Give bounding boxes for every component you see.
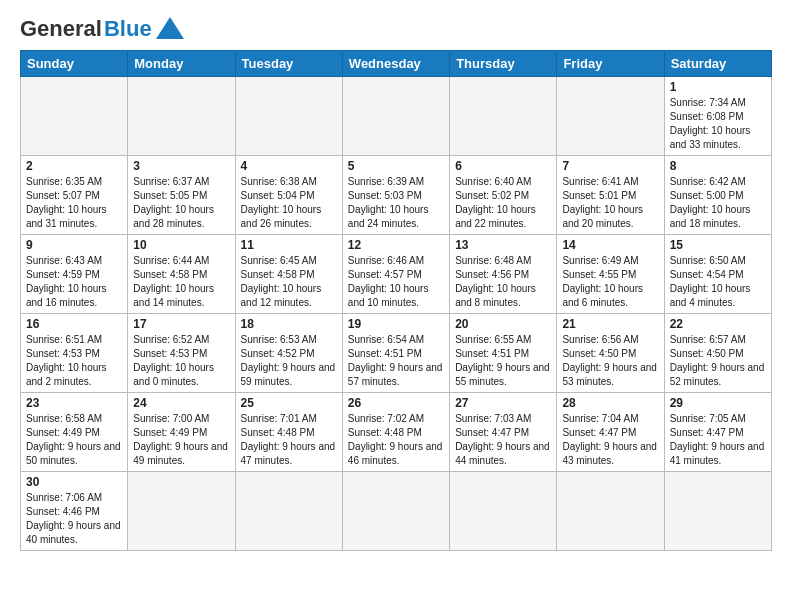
day-number: 11 [241,238,337,252]
calendar-cell [450,472,557,551]
day-number: 17 [133,317,229,331]
day-number: 5 [348,159,444,173]
day-number: 1 [670,80,766,94]
day-info: Sunrise: 7:00 AM Sunset: 4:49 PM Dayligh… [133,412,229,468]
logo-triangle-icon [156,17,184,39]
calendar-header-monday: Monday [128,51,235,77]
day-info: Sunrise: 7:06 AM Sunset: 4:46 PM Dayligh… [26,491,122,547]
calendar-cell: 14Sunrise: 6:49 AM Sunset: 4:55 PM Dayli… [557,235,664,314]
calendar-header-wednesday: Wednesday [342,51,449,77]
day-info: Sunrise: 6:50 AM Sunset: 4:54 PM Dayligh… [670,254,766,310]
calendar-cell: 28Sunrise: 7:04 AM Sunset: 4:47 PM Dayli… [557,393,664,472]
day-number: 23 [26,396,122,410]
day-number: 30 [26,475,122,489]
calendar-cell: 22Sunrise: 6:57 AM Sunset: 4:50 PM Dayli… [664,314,771,393]
calendar-cell [342,472,449,551]
day-info: Sunrise: 7:02 AM Sunset: 4:48 PM Dayligh… [348,412,444,468]
day-info: Sunrise: 6:56 AM Sunset: 4:50 PM Dayligh… [562,333,658,389]
calendar-cell [128,77,235,156]
day-number: 22 [670,317,766,331]
calendar-cell: 4Sunrise: 6:38 AM Sunset: 5:04 PM Daylig… [235,156,342,235]
day-info: Sunrise: 7:34 AM Sunset: 6:08 PM Dayligh… [670,96,766,152]
calendar-cell: 29Sunrise: 7:05 AM Sunset: 4:47 PM Dayli… [664,393,771,472]
day-info: Sunrise: 6:41 AM Sunset: 5:01 PM Dayligh… [562,175,658,231]
calendar-cell: 5Sunrise: 6:39 AM Sunset: 5:03 PM Daylig… [342,156,449,235]
calendar-cell: 16Sunrise: 6:51 AM Sunset: 4:53 PM Dayli… [21,314,128,393]
day-number: 4 [241,159,337,173]
calendar-cell: 3Sunrise: 6:37 AM Sunset: 5:05 PM Daylig… [128,156,235,235]
day-number: 2 [26,159,122,173]
calendar-cell: 15Sunrise: 6:50 AM Sunset: 4:54 PM Dayli… [664,235,771,314]
day-info: Sunrise: 6:55 AM Sunset: 4:51 PM Dayligh… [455,333,551,389]
day-info: Sunrise: 7:05 AM Sunset: 4:47 PM Dayligh… [670,412,766,468]
calendar-cell: 2Sunrise: 6:35 AM Sunset: 5:07 PM Daylig… [21,156,128,235]
calendar-cell [235,472,342,551]
calendar-header-saturday: Saturday [664,51,771,77]
day-info: Sunrise: 6:42 AM Sunset: 5:00 PM Dayligh… [670,175,766,231]
day-info: Sunrise: 6:45 AM Sunset: 4:58 PM Dayligh… [241,254,337,310]
day-info: Sunrise: 7:03 AM Sunset: 4:47 PM Dayligh… [455,412,551,468]
logo-blue-text: Blue [104,16,152,42]
calendar-cell [557,77,664,156]
day-info: Sunrise: 7:04 AM Sunset: 4:47 PM Dayligh… [562,412,658,468]
day-info: Sunrise: 7:01 AM Sunset: 4:48 PM Dayligh… [241,412,337,468]
day-info: Sunrise: 6:48 AM Sunset: 4:56 PM Dayligh… [455,254,551,310]
calendar-cell [450,77,557,156]
day-number: 29 [670,396,766,410]
day-info: Sunrise: 6:40 AM Sunset: 5:02 PM Dayligh… [455,175,551,231]
calendar-cell [664,472,771,551]
day-info: Sunrise: 6:44 AM Sunset: 4:58 PM Dayligh… [133,254,229,310]
day-number: 13 [455,238,551,252]
day-number: 19 [348,317,444,331]
day-info: Sunrise: 6:46 AM Sunset: 4:57 PM Dayligh… [348,254,444,310]
calendar-header-thursday: Thursday [450,51,557,77]
page: General Blue SundayMondayTuesdayWednesda… [0,0,792,567]
day-info: Sunrise: 6:49 AM Sunset: 4:55 PM Dayligh… [562,254,658,310]
calendar-cell [21,77,128,156]
calendar-table: SundayMondayTuesdayWednesdayThursdayFrid… [20,50,772,551]
day-info: Sunrise: 6:43 AM Sunset: 4:59 PM Dayligh… [26,254,122,310]
day-number: 27 [455,396,551,410]
day-number: 28 [562,396,658,410]
day-number: 15 [670,238,766,252]
calendar-cell: 12Sunrise: 6:46 AM Sunset: 4:57 PM Dayli… [342,235,449,314]
calendar-week-5: 30Sunrise: 7:06 AM Sunset: 4:46 PM Dayli… [21,472,772,551]
day-number: 16 [26,317,122,331]
day-number: 12 [348,238,444,252]
calendar-cell: 21Sunrise: 6:56 AM Sunset: 4:50 PM Dayli… [557,314,664,393]
calendar-week-2: 9Sunrise: 6:43 AM Sunset: 4:59 PM Daylig… [21,235,772,314]
day-info: Sunrise: 6:53 AM Sunset: 4:52 PM Dayligh… [241,333,337,389]
calendar-cell: 8Sunrise: 6:42 AM Sunset: 5:00 PM Daylig… [664,156,771,235]
day-info: Sunrise: 6:37 AM Sunset: 5:05 PM Dayligh… [133,175,229,231]
day-info: Sunrise: 6:39 AM Sunset: 5:03 PM Dayligh… [348,175,444,231]
day-info: Sunrise: 6:54 AM Sunset: 4:51 PM Dayligh… [348,333,444,389]
day-number: 25 [241,396,337,410]
calendar-header-sunday: Sunday [21,51,128,77]
calendar-cell [342,77,449,156]
logo: General Blue [20,16,184,42]
calendar-cell: 23Sunrise: 6:58 AM Sunset: 4:49 PM Dayli… [21,393,128,472]
calendar-cell: 18Sunrise: 6:53 AM Sunset: 4:52 PM Dayli… [235,314,342,393]
calendar-week-4: 23Sunrise: 6:58 AM Sunset: 4:49 PM Dayli… [21,393,772,472]
logo-general-text: General [20,16,102,42]
day-info: Sunrise: 6:52 AM Sunset: 4:53 PM Dayligh… [133,333,229,389]
calendar-week-3: 16Sunrise: 6:51 AM Sunset: 4:53 PM Dayli… [21,314,772,393]
day-info: Sunrise: 6:35 AM Sunset: 5:07 PM Dayligh… [26,175,122,231]
header: General Blue [20,16,772,42]
day-number: 7 [562,159,658,173]
calendar-cell: 24Sunrise: 7:00 AM Sunset: 4:49 PM Dayli… [128,393,235,472]
day-number: 26 [348,396,444,410]
day-number: 18 [241,317,337,331]
calendar-cell: 9Sunrise: 6:43 AM Sunset: 4:59 PM Daylig… [21,235,128,314]
day-number: 20 [455,317,551,331]
day-number: 14 [562,238,658,252]
calendar-cell: 25Sunrise: 7:01 AM Sunset: 4:48 PM Dayli… [235,393,342,472]
calendar-cell: 19Sunrise: 6:54 AM Sunset: 4:51 PM Dayli… [342,314,449,393]
day-number: 21 [562,317,658,331]
calendar-week-0: 1Sunrise: 7:34 AM Sunset: 6:08 PM Daylig… [21,77,772,156]
day-info: Sunrise: 6:57 AM Sunset: 4:50 PM Dayligh… [670,333,766,389]
calendar-cell: 11Sunrise: 6:45 AM Sunset: 4:58 PM Dayli… [235,235,342,314]
calendar-cell [557,472,664,551]
day-info: Sunrise: 6:38 AM Sunset: 5:04 PM Dayligh… [241,175,337,231]
day-number: 8 [670,159,766,173]
